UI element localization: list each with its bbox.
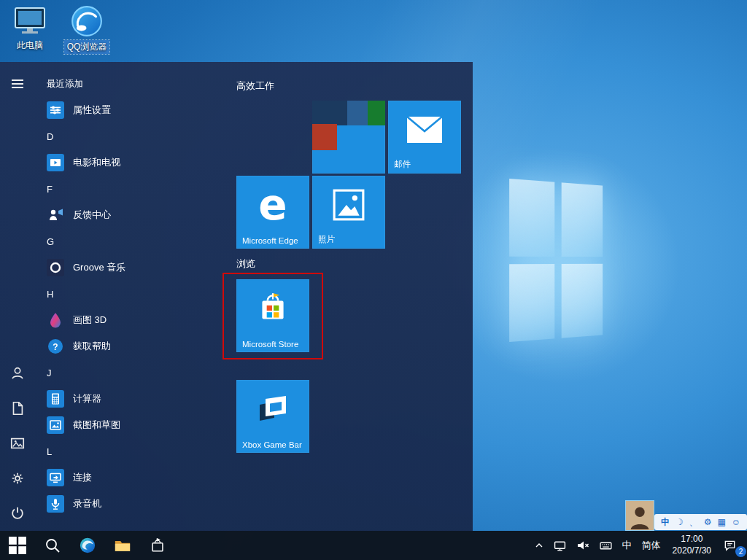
app-list-item-calculator[interactable]: 计算器 xyxy=(0,386,222,412)
app-label: 连接 xyxy=(73,471,92,484)
logo-pane xyxy=(562,182,603,257)
app-list-item-voice-recorder[interactable]: 录音机 xyxy=(0,491,222,517)
ime-punctuation-toggle[interactable]: 、 xyxy=(689,518,698,526)
tile-label: 邮件 xyxy=(394,159,411,170)
ime-tools-icon[interactable]: ⚙ xyxy=(704,518,712,526)
desktop-icon-this-pc[interactable]: 此电脑 xyxy=(3,6,57,52)
app-list-letter-l[interactable]: L xyxy=(0,438,222,464)
section-label: 最近添加 xyxy=(47,78,83,90)
tile-mail[interactable]: 邮件 xyxy=(388,101,461,174)
app-list-letter-d[interactable]: D xyxy=(0,123,222,149)
windows-logo-icon xyxy=(9,537,26,554)
tile-label: Microsoft Store xyxy=(242,340,298,349)
property-settings-app-icon xyxy=(47,101,64,119)
tile-label: Xbox Game Bar xyxy=(242,440,302,449)
letter-label: D xyxy=(47,131,53,142)
notification-badge: 2 xyxy=(735,546,746,557)
ime-mode-indicator[interactable]: 中 xyxy=(617,531,637,560)
voice-recorder-app-icon xyxy=(47,495,64,513)
clock[interactable]: 17:00 2020/7/30 xyxy=(666,531,718,560)
placeholder-block-red xyxy=(312,124,337,150)
microsoft-store-icon xyxy=(236,279,309,338)
tile-loading-placeholder[interactable] xyxy=(312,101,385,174)
app-list-item-groove-music[interactable]: Groove 音乐 xyxy=(0,254,222,281)
tile-photos[interactable]: 照片 xyxy=(312,176,385,249)
app-label: 反馈中心 xyxy=(73,209,111,222)
taskbar-edge-button[interactable] xyxy=(70,531,105,560)
ime-keyboard-icon[interactable]: ▦ xyxy=(717,518,725,526)
tile-label: Microsoft Edge xyxy=(242,236,298,245)
logo-pane xyxy=(562,264,603,338)
app-label: Groove 音乐 xyxy=(73,261,125,274)
volume-button[interactable] xyxy=(571,531,595,560)
time-text: 17:00 xyxy=(681,534,703,545)
action-center-button[interactable]: 2 xyxy=(718,531,747,560)
taskbar-store-button[interactable] xyxy=(140,531,175,560)
ime-language-bar: 中 ☽ 、 ⚙ ▦ ☺ xyxy=(654,514,747,530)
letter-label: F xyxy=(47,184,53,195)
tile-label: 照片 xyxy=(318,234,335,245)
app-list-letter-h[interactable]: H xyxy=(0,281,222,307)
snip-sketch-app-icon xyxy=(47,416,64,434)
touch-keyboard-button[interactable] xyxy=(595,531,617,560)
app-list-letter-g[interactable]: G xyxy=(0,228,222,254)
app-list-section-recently-added: 最近添加 xyxy=(0,71,222,97)
placeholder-block-blue xyxy=(347,101,368,125)
avatar xyxy=(626,501,654,530)
ime-fullwidth-toggle[interactable]: ☽ xyxy=(676,518,684,526)
mail-icon xyxy=(388,101,461,159)
paint-3d-app-icon xyxy=(47,311,64,329)
app-list-item-movies-tv[interactable]: 电影和电视 xyxy=(0,149,222,176)
app-list-item-connect[interactable]: 连接 xyxy=(0,464,222,491)
desktop-icon-label: QQ浏览器 xyxy=(64,40,110,54)
search-button[interactable] xyxy=(35,531,70,560)
store-bag-icon xyxy=(149,537,166,554)
date-text: 2020/7/30 xyxy=(673,545,711,557)
app-label: 截图和草图 xyxy=(73,419,120,432)
language-indicator[interactable]: 简体 xyxy=(637,531,666,560)
placeholder-block-green xyxy=(368,101,385,125)
xbox-game-bar-icon xyxy=(236,380,309,438)
start-button[interactable] xyxy=(0,531,35,560)
app-list: 最近添加 属性设置 D 电影和电视 F 反馈中心 G xyxy=(0,71,222,517)
folder-icon xyxy=(114,537,131,554)
tile-group-title-browse[interactable]: 浏览 xyxy=(236,257,255,271)
qq-login-mini-window[interactable] xyxy=(625,500,654,531)
get-help-app-icon: ? xyxy=(47,338,64,355)
hidden-icons-button[interactable] xyxy=(530,531,549,560)
app-list-item-feedback-hub[interactable]: 反馈中心 xyxy=(0,202,222,228)
ime-mode-toggle[interactable]: 中 xyxy=(661,518,670,526)
feedback-hub-app-icon xyxy=(47,206,64,224)
tile-xbox-game-bar[interactable]: Xbox Game Bar xyxy=(236,380,309,453)
this-pc-icon xyxy=(12,6,47,36)
photos-icon xyxy=(312,176,385,234)
tile-microsoft-store[interactable]: Microsoft Store xyxy=(236,279,309,352)
app-label: 录音机 xyxy=(73,497,101,510)
letter-label: J xyxy=(47,368,52,378)
desktop-icon-label: 此电脑 xyxy=(14,39,46,52)
network-icon xyxy=(554,540,566,552)
app-list-item-property-settings[interactable]: 属性设置 xyxy=(0,97,222,123)
edge-logo-icon: e xyxy=(236,176,309,234)
svg-text:?: ? xyxy=(53,342,58,352)
app-list-letter-j[interactable]: J xyxy=(0,359,222,386)
file-explorer-button[interactable] xyxy=(105,531,140,560)
tile-microsoft-edge[interactable]: e Microsoft Edge xyxy=(236,176,309,249)
ime-emoji-icon[interactable]: ☺ xyxy=(732,518,740,526)
desktop-icon-qq-browser[interactable]: QQ浏览器 xyxy=(60,4,114,54)
app-list-item-get-help[interactable]: ? 获取帮助 xyxy=(0,333,222,359)
app-list-item-paint-3d[interactable]: 画图 3D xyxy=(0,307,222,333)
app-label: 计算器 xyxy=(73,392,101,405)
qq-browser-icon xyxy=(70,4,104,38)
tile-group-title-productivity[interactable]: 高效工作 xyxy=(236,79,274,93)
app-list-item-snip-sketch[interactable]: 截图和草图 xyxy=(0,412,222,438)
app-label: 属性设置 xyxy=(73,104,111,117)
app-list-letter-f[interactable]: F xyxy=(0,176,222,202)
letter-label: L xyxy=(47,446,52,457)
volume-muted-icon xyxy=(576,540,589,551)
app-label: 画图 3D xyxy=(73,314,107,327)
movies-tv-app-icon xyxy=(47,154,64,171)
network-status-button[interactable] xyxy=(549,531,571,560)
system-tray: 中 简体 17:00 2020/7/30 2 xyxy=(530,531,747,560)
keyboard-icon xyxy=(600,540,612,552)
